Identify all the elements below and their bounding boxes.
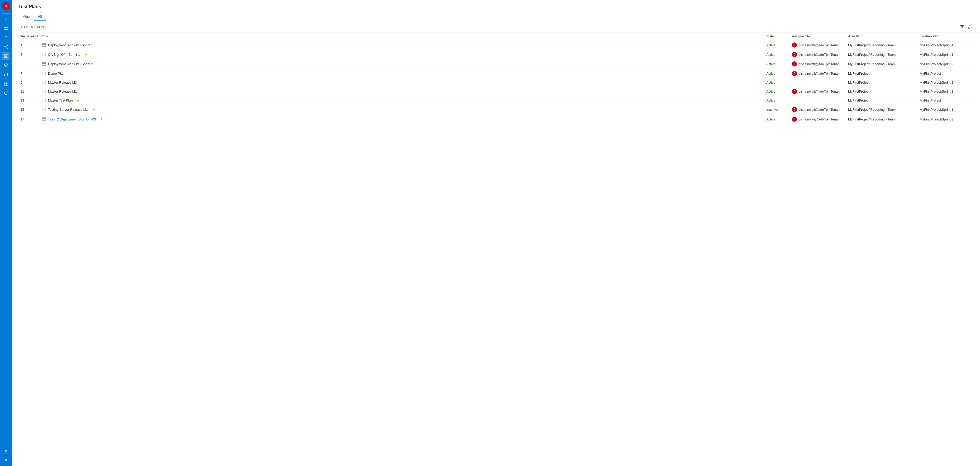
testplans-icon[interactable]: [2, 52, 10, 60]
table-row: 5Deployment Sign Off - Sprint 2★ActiveDd…: [18, 59, 974, 69]
table-row: 11Master Release M1★ActiveDdishainwati@a…: [18, 87, 974, 96]
new-test-plan-label: + New Test Plan: [24, 25, 48, 29]
cell-area-path: MyFirstProject: [846, 96, 918, 105]
artifacts-icon[interactable]: [2, 61, 10, 69]
avatar: D: [792, 43, 797, 48]
cell-assigned: Ddishainwati@adoTpmTenan: [790, 50, 846, 59]
star-icon[interactable]: ★: [100, 117, 103, 121]
overview-icon[interactable]: [2, 80, 10, 88]
cell-iteration-path: MyFirstProject\Sprint 2: [918, 59, 974, 69]
assigned-name: dishainwati@adoTpmTenan: [799, 117, 840, 121]
expand-nav-icon[interactable]: ≫: [2, 456, 10, 464]
table-header-row: Test Plan ID Title State Assigned To Are…: [18, 32, 974, 40]
toolbar-right: [959, 23, 974, 30]
star-icon[interactable]: ★: [84, 53, 88, 56]
state-badge: Active: [766, 89, 775, 93]
plan-icon: [42, 43, 46, 47]
svg-rect-33: [42, 72, 46, 75]
settings-icon[interactable]: [2, 447, 10, 455]
cell-title: Master Release M3★: [40, 78, 764, 87]
expand-icon-button[interactable]: [967, 23, 974, 30]
test-plans-table: Test Plan ID Title State Assigned To Are…: [18, 32, 974, 124]
cell-assigned: [790, 78, 846, 87]
cell-title: Testing Server Release M1★: [40, 105, 764, 114]
svg-rect-27: [42, 53, 46, 56]
tab-mine[interactable]: Mine: [18, 13, 34, 21]
plan-icon: [42, 80, 46, 85]
avatar: D: [792, 89, 797, 94]
repos-icon[interactable]: [2, 34, 10, 42]
cell-iteration-path: MyFirstProject\Sprint 2: [918, 78, 974, 87]
svg-rect-18: [4, 82, 6, 83]
cell-id: 3: [18, 50, 40, 59]
svg-point-23: [6, 93, 6, 93]
cell-iteration-path: MyFirstProject\Sprint 1: [918, 105, 974, 114]
svg-rect-20: [4, 84, 6, 85]
cell-assigned: Ddishainwati@adoTpmTenan: [790, 59, 846, 69]
svg-rect-9: [4, 54, 8, 57]
row-context-menu-button[interactable]: ···: [107, 116, 113, 122]
table-row: 15Testing Server Release M1★InactiveDdis…: [18, 105, 974, 114]
star-icon[interactable]: ★: [77, 99, 80, 102]
table-row: 1Deployment Sign Off - Sprint 1★ActiveDd…: [18, 40, 974, 50]
cell-area-path: MyFirstProject\Reporting - Team: [846, 59, 918, 69]
nav-divider: [2, 13, 10, 14]
state-badge: Inactive: [766, 108, 778, 112]
title-link[interactable]: Team 2 Deployment Sign Off M3: [48, 117, 96, 121]
tabs-bar: Mine All: [18, 13, 974, 21]
toolbar: + + New Test Plan: [12, 21, 980, 32]
state-badge: Active: [766, 53, 775, 56]
cell-state: Active: [764, 59, 790, 69]
plan-icon: [42, 89, 46, 94]
svg-rect-24: [42, 43, 46, 46]
cell-state: Active: [764, 40, 790, 50]
plan-icon: [42, 117, 46, 121]
svg-point-5: [7, 45, 8, 46]
cell-id: 9: [18, 78, 40, 87]
svg-rect-16: [6, 73, 6, 76]
user-avatar[interactable]: M: [2, 2, 10, 10]
svg-rect-30: [42, 62, 46, 65]
state-badge: Active: [766, 43, 775, 47]
col-header-iteration: Iteration Path: [918, 32, 974, 40]
title-text: Master Test Plan: [48, 99, 73, 102]
reports-icon[interactable]: [2, 70, 10, 78]
state-badge: Active: [766, 81, 775, 85]
left-navigation: M ⌂ ≫: [0, 0, 12, 466]
avatar: D: [792, 52, 797, 57]
state-badge: Active: [766, 62, 775, 66]
assigned-name: dishainwati@adoTpmTenan: [799, 89, 840, 93]
cell-id: 1: [18, 40, 40, 50]
cell-assigned: Ddishainwati@adoTpmTenan: [790, 87, 846, 96]
cell-iteration-path: MyFirstProject\Sprint 1: [918, 87, 974, 96]
svg-point-6: [7, 48, 8, 49]
svg-rect-15: [4, 74, 5, 76]
cell-title: Team 2 Deployment Sign Off M3★···: [40, 114, 764, 124]
title-text: Master Release M3: [48, 81, 77, 85]
col-header-id: Test Plan ID: [18, 32, 40, 40]
home-icon[interactable]: ⌂: [2, 15, 10, 23]
svg-rect-1: [6, 27, 8, 28]
cell-area-path: MyFirstProject\Reporting - Team: [846, 50, 918, 59]
filter-icon-button[interactable]: [959, 23, 966, 30]
svg-point-4: [4, 46, 5, 47]
star-icon[interactable]: ★: [92, 107, 95, 112]
cell-title: Master Release M1★: [40, 87, 764, 96]
assigned-name: dishainwati@adoTpmTenan: [799, 72, 840, 75]
cell-id: 7: [18, 69, 40, 78]
pipelines-icon[interactable]: [2, 43, 10, 51]
svg-line-8: [5, 47, 7, 48]
plan-icon: [42, 62, 46, 66]
title-text: QA Sign Off - Sprint 1: [48, 53, 80, 56]
cell-area-path: MyFirstProject: [846, 78, 918, 87]
cell-iteration-path: MyFirstProject\Sprint 3: [918, 114, 974, 124]
new-test-plan-button[interactable]: + + New Test Plan: [18, 24, 49, 30]
cell-area-path: MyFirstProject: [846, 87, 918, 96]
page-title: Test Plans: [18, 4, 974, 10]
cell-state: Active: [764, 78, 790, 87]
col-header-state: State: [764, 32, 790, 40]
tab-all[interactable]: All: [34, 13, 46, 21]
boards-icon[interactable]: [2, 24, 10, 32]
cell-state: Active: [764, 69, 790, 78]
wiki-icon[interactable]: [2, 89, 10, 97]
